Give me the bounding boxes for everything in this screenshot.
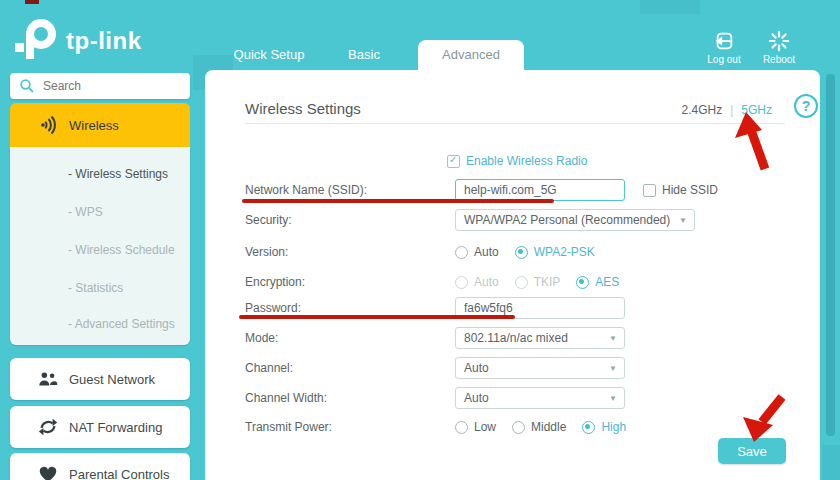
reboot-button[interactable]: Reboot [753, 30, 805, 65]
ssid-input[interactable] [455, 179, 625, 201]
channel-label: Channel: [245, 357, 293, 379]
scrollbar[interactable] [826, 74, 835, 436]
sidebar-item-label: Wireless [69, 118, 119, 133]
logout-label: Log out [707, 54, 740, 65]
search-icon [19, 78, 35, 94]
channel-width-row: Channel Width: Auto ▼ [245, 387, 805, 409]
submenu-wireless-schedule[interactable]: - Wireless Schedule [10, 240, 190, 260]
version-auto-label: Auto [474, 245, 499, 259]
transmit-high-label: High [601, 420, 626, 434]
logout-icon [713, 30, 735, 52]
encryption-tkip-label: TKIP [534, 275, 561, 289]
help-icon[interactable]: ? [794, 94, 818, 118]
submenu-wps[interactable]: - WPS [10, 202, 190, 222]
encryption-row: Encryption: Auto TKIP AES [245, 271, 805, 293]
tab-quick-setup[interactable]: Quick Setup [213, 40, 325, 71]
sidebar-item-label: NAT Forwarding [69, 420, 162, 435]
security-dropdown[interactable]: WPA/WPA2 Personal (Recommended) ▼ [455, 209, 695, 231]
encryption-label: Encryption: [245, 271, 305, 293]
sidebar-item-nat-forwarding[interactable]: NAT Forwarding [10, 406, 190, 448]
search-box[interactable] [10, 73, 190, 99]
transmit-power-label: Transmit Power: [245, 416, 332, 438]
password-input[interactable] [455, 297, 625, 319]
background-pattern [640, 0, 700, 14]
band-2-4ghz[interactable]: 2.4GHz [682, 103, 723, 117]
parental-controls-icon [37, 463, 59, 480]
chevron-down-icon: ▼ [679, 211, 687, 231]
version-label: Version: [245, 241, 288, 263]
ssid-label: Network Name (SSID): [245, 179, 367, 201]
ssid-row: Network Name (SSID): Hide SSID [245, 179, 805, 201]
chevron-down-icon: ▼ [609, 389, 617, 409]
transmit-middle-radio[interactable] [512, 421, 525, 434]
tp-link-logo: tp-link [14, 16, 164, 66]
password-label: Password: [245, 297, 301, 319]
transmit-low-label: Low [474, 420, 496, 434]
sidebar-item-label: Parental Controls [69, 467, 169, 480]
enable-wireless-radio-label: Enable Wireless Radio [466, 154, 587, 168]
sidebar-item-guest-network[interactable]: Guest Network [10, 358, 190, 400]
transmit-low-radio[interactable] [455, 421, 468, 434]
background-pattern [822, 445, 840, 480]
transmit-middle-label: Middle [531, 420, 566, 434]
submenu-advanced-settings[interactable]: - Advanced Settings [10, 314, 190, 334]
tab-advanced[interactable]: Advanced [418, 40, 524, 71]
tp-link-logo-icon [14, 17, 60, 65]
encryption-aes-label: AES [595, 275, 619, 289]
version-wpa2psk-label: WPA2-PSK [534, 245, 595, 259]
submenu-statistics[interactable]: - Statistics [10, 278, 190, 298]
encryption-tkip-radio[interactable] [515, 276, 528, 289]
chevron-down-icon: ▼ [609, 359, 617, 379]
channel-row: Channel: Auto ▼ [245, 357, 805, 379]
corner-red-mark [25, 0, 39, 4]
wireless-submenu: - Wireless Settings - WPS - Wireless Sch… [10, 147, 190, 345]
transmit-power-row: Transmit Power: Low Middle High [245, 416, 805, 438]
password-row: Password: [245, 297, 805, 319]
mode-row: Mode: 802.11a/n/ac mixed ▼ [245, 327, 805, 349]
channel-width-label: Channel Width: [245, 387, 327, 409]
channel-dropdown[interactable]: Auto ▼ [455, 357, 625, 379]
version-auto-radio[interactable] [455, 246, 468, 259]
mode-dropdown[interactable]: 802.11a/n/ac mixed ▼ [455, 327, 625, 349]
encryption-auto-label: Auto [474, 275, 499, 289]
channel-width-dropdown[interactable]: Auto ▼ [455, 387, 625, 409]
hide-ssid-checkbox[interactable] [643, 184, 656, 197]
sidebar-item-label: Guest Network [69, 372, 155, 387]
nat-forwarding-icon [37, 416, 59, 438]
enable-wireless-radio-checkbox[interactable] [447, 155, 460, 168]
guest-network-icon [37, 368, 59, 390]
page-title: Wireless Settings [245, 100, 361, 117]
logout-button[interactable]: Log out [698, 30, 750, 65]
enable-radio-row: Enable Wireless Radio [245, 150, 805, 172]
band-selector: 2.4GHz | 5GHz [682, 103, 773, 117]
band-5ghz[interactable]: 5GHz [741, 103, 772, 117]
search-input[interactable] [41, 78, 185, 94]
reboot-icon [768, 30, 790, 52]
encryption-aes-radio[interactable] [576, 276, 589, 289]
band-separator: | [730, 103, 733, 117]
hide-ssid-label: Hide SSID [662, 183, 718, 197]
reboot-label: Reboot [763, 54, 795, 65]
sidebar-item-wireless[interactable]: Wireless [10, 103, 190, 147]
mode-label: Mode: [245, 327, 278, 349]
save-button[interactable]: Save [718, 438, 786, 464]
wireless-icon [37, 114, 59, 136]
brand-text: tp-link [66, 27, 142, 55]
security-row: Security: WPA/WPA2 Personal (Recommended… [245, 209, 805, 231]
tab-basic[interactable]: Basic [330, 40, 398, 71]
title-divider [245, 123, 785, 124]
submenu-wireless-settings[interactable]: - Wireless Settings [10, 164, 190, 184]
content-panel: Wireless Settings 2.4GHz | 5GHz ? Enable… [205, 70, 820, 480]
version-wpa2psk-radio[interactable] [515, 246, 528, 259]
security-label: Security: [245, 209, 292, 231]
chevron-down-icon: ▼ [609, 329, 617, 349]
encryption-auto-radio[interactable] [455, 276, 468, 289]
version-row: Version: Auto WPA2-PSK [245, 241, 805, 263]
transmit-high-radio[interactable] [582, 421, 595, 434]
sidebar-item-parental-controls[interactable]: Parental Controls [10, 453, 190, 480]
